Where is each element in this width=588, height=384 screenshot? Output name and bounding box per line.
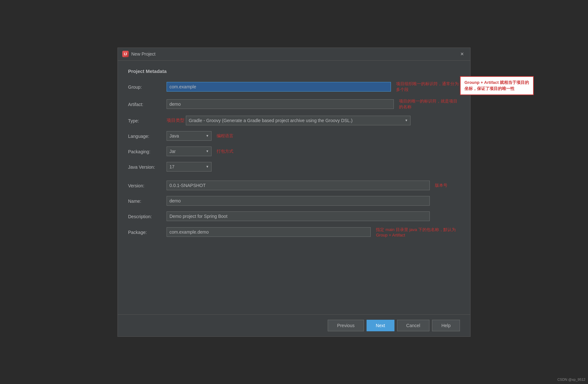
language-row: Language: Java Kotlin Groovy ▼ 编程语言	[128, 131, 460, 141]
type-row: Type: 项目类型 Gradle - Groovy (Generate a G…	[128, 116, 460, 125]
language-select-wrapper: Java Kotlin Groovy ▼	[167, 131, 212, 141]
version-input[interactable]	[167, 181, 430, 190]
type-select[interactable]: Gradle - Groovy (Generate a Gradle based…	[186, 116, 411, 125]
group-input-container: 项目组织唯一的标识符，通常分为多个段 Grounp + Artifact 就相当…	[167, 81, 460, 93]
name-label: Name:	[128, 198, 167, 204]
version-label: Version:	[128, 183, 167, 188]
callout-text: Grounp + Artifact 就相当于项目的坐标，保证了项目的唯一性	[464, 80, 529, 91]
cancel-button[interactable]: Cancel	[397, 320, 430, 331]
version-row: Version: 版本号	[128, 181, 460, 190]
java-version-select-wrapper: 17 11 8 ▼	[167, 162, 212, 172]
group-input[interactable]	[167, 82, 391, 92]
packaging-row: Packaging: Jar War ▼ 打包方式	[128, 147, 460, 156]
dialog-content: Project Metadata Group: 项目组织唯一的标识符，通常分为多…	[118, 61, 470, 314]
language-annotation: 编程语言	[217, 133, 233, 139]
artifact-input[interactable]	[167, 99, 394, 109]
description-label: Description:	[128, 213, 167, 219]
language-label: Language:	[128, 133, 167, 139]
group-row: Group: 项目组织唯一的标识符，通常分为多个段 Grounp + Artif…	[128, 81, 460, 93]
java-version-select[interactable]: 17 11 8	[167, 162, 212, 172]
help-button[interactable]: Help	[432, 320, 460, 331]
packaging-annotation: 打包方式	[217, 148, 233, 154]
packaging-label: Packaging:	[128, 148, 167, 154]
dialog-title: New Project	[131, 51, 155, 57]
packaging-select[interactable]: Jar War	[167, 147, 212, 156]
package-input[interactable]	[167, 227, 371, 237]
description-row: Description:	[128, 211, 460, 221]
type-label-red: 项目类型	[167, 118, 185, 123]
callout-box: Grounp + Artifact 就相当于项目的坐标，保证了项目的唯一性	[460, 76, 534, 95]
artifact-annotation: 项目的唯一的标识符，就是项目的名称	[399, 98, 460, 110]
watermark: CSDN @xp_9512	[557, 378, 585, 381]
packaging-select-wrapper: Jar War ▼	[167, 147, 212, 156]
close-button[interactable]: ×	[458, 50, 466, 58]
name-row: Name:	[128, 196, 460, 206]
titlebar-left: IJ New Project	[122, 51, 155, 57]
java-version-label: Java Version:	[128, 164, 167, 170]
artifact-row: Artifact: 项目的唯一的标识符，就是项目的名称	[128, 98, 460, 110]
name-input[interactable]	[167, 196, 430, 206]
language-select[interactable]: Java Kotlin Groovy	[167, 131, 212, 141]
app-icon: IJ	[122, 51, 129, 57]
artifact-label: Artifact:	[128, 101, 167, 107]
previous-button[interactable]: Previous	[328, 320, 364, 331]
type-label-static: Type:	[128, 118, 167, 123]
next-button[interactable]: Next	[367, 320, 394, 331]
package-row: Package: 指定 main 目录里 java 下的包名称，默认为Group…	[128, 227, 460, 237]
type-select-wrapper: Gradle - Groovy (Generate a Gradle based…	[186, 116, 411, 125]
package-annotation: 指定 main 目录里 java 下的包名称，默认为Group + Artifa…	[376, 227, 460, 237]
java-version-row: Java Version: 17 11 8 ▼	[128, 162, 460, 172]
group-annotation: 项目组织唯一的标识符，通常分为多个段	[396, 81, 460, 93]
section-title: Project Metadata	[128, 68, 460, 74]
group-label: Group:	[128, 84, 167, 90]
package-label: Package:	[128, 229, 167, 235]
dialog-titlebar: IJ New Project ×	[118, 48, 470, 61]
version-annotation: 版本号	[435, 183, 447, 188]
new-project-dialog: IJ New Project × Project Metadata Group:…	[117, 48, 471, 337]
description-input[interactable]	[167, 211, 430, 221]
dialog-footer: Previous Next Cancel Help	[118, 314, 470, 336]
